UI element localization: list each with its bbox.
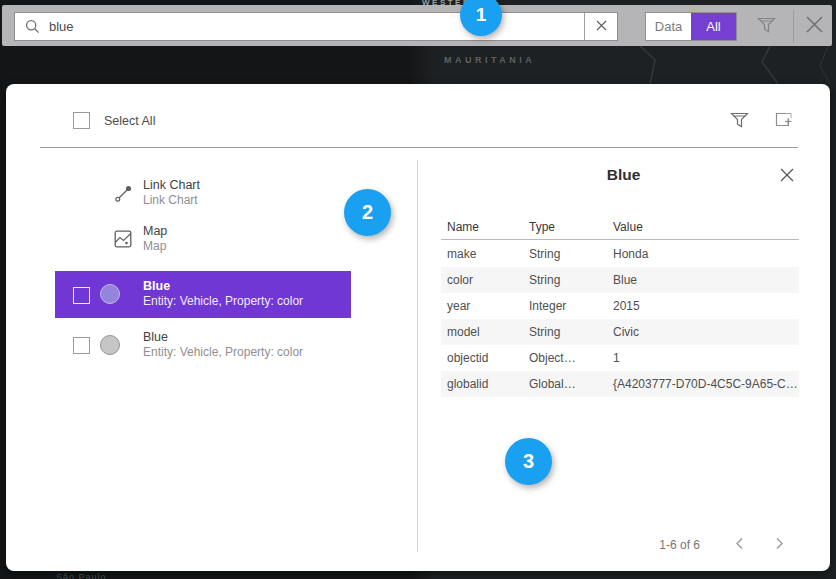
search-scope-toggle: Data All <box>645 12 737 41</box>
map-label-sao-paulo: São Paulo <box>56 572 107 579</box>
scope-option-all[interactable]: All <box>691 13 736 40</box>
result-title: Map <box>143 224 167 239</box>
cell-type: String <box>523 247 607 261</box>
cell-name: color <box>441 273 523 287</box>
map-icon <box>112 230 134 248</box>
cell-value: {A4203777-D70D-4C5C-9A65-C… <box>607 377 799 391</box>
annotation-callout-2: 2 <box>344 189 391 236</box>
table-row: make String Honda <box>441 241 799 267</box>
column-header-name: Name <box>441 220 523 234</box>
table-header-row: Name Type Value <box>441 215 799 239</box>
app-window: WESTERN MAURITANIA São Paulo Data All <box>0 0 836 579</box>
table-row: color String Blue <box>441 267 799 293</box>
annotation-callout-3: 3 <box>505 438 552 485</box>
cell-type: String <box>523 273 607 287</box>
table-row: objectid Object… 1 <box>441 345 799 371</box>
table-header-divider <box>441 239 799 240</box>
pagination-label: 1-6 of 6 <box>659 538 700 552</box>
column-header-type: Type <box>523 220 607 234</box>
cell-name: globalid <box>441 377 523 391</box>
panel-header-divider <box>40 147 798 148</box>
filter-funnel-icon <box>730 117 749 132</box>
page-previous-button[interactable] <box>726 534 752 556</box>
map-label-mauritania: MAURITANIA <box>444 55 535 65</box>
cell-name: objectid <box>441 351 523 365</box>
result-item-blue[interactable]: Blue Entity: Vehicle, Property: color <box>6 325 410 365</box>
cell-type: Object… <box>523 351 607 365</box>
result-subtitle: Entity: Vehicle, Property: color <box>143 345 303 360</box>
search-results-panel: Select All Link Chart Link Chart <box>6 84 830 571</box>
clear-x-icon <box>596 19 607 34</box>
entity-circle-icon <box>100 284 120 304</box>
filter-funnel-icon <box>757 16 776 37</box>
cell-value: Blue <box>607 273 799 287</box>
result-subtitle: Link Chart <box>143 193 200 208</box>
link-chart-icon <box>112 184 134 203</box>
close-x-icon <box>779 171 795 186</box>
cell-value: Honda <box>607 247 799 261</box>
scope-option-data[interactable]: Data <box>646 13 691 40</box>
result-title: Blue <box>143 330 303 345</box>
cell-type: Integer <box>523 299 607 313</box>
table-body: make String Honda color String Blue year… <box>441 241 799 397</box>
toolbar-close-button[interactable] <box>800 13 828 39</box>
search-bar <box>14 12 618 41</box>
search-toolbar: Data All <box>2 5 832 46</box>
close-x-icon <box>805 15 824 37</box>
column-header-value: Value <box>607 220 799 234</box>
result-text: Blue Entity: Vehicle, Property: color <box>143 279 303 309</box>
cell-value: 1 <box>607 351 799 365</box>
result-text: Link Chart Link Chart <box>143 178 200 208</box>
select-all-row: Select All <box>73 112 155 129</box>
result-title: Link Chart <box>143 178 200 193</box>
entity-circle-icon <box>100 335 120 355</box>
page-next-button[interactable] <box>766 534 792 556</box>
panel-filter-button[interactable] <box>728 110 750 132</box>
toolbar-divider <box>793 10 794 43</box>
result-subtitle: Entity: Vehicle, Property: color <box>143 294 303 309</box>
toolbar-filter-button[interactable] <box>752 13 780 39</box>
cell-name: year <box>441 299 523 313</box>
select-all-checkbox[interactable] <box>73 112 90 129</box>
table-row: globalid Global… {A4203777-D70D-4C5C-9A6… <box>441 371 799 397</box>
search-clear-button[interactable] <box>584 13 617 40</box>
add-selection-icon <box>774 117 794 132</box>
cell-name: make <box>441 247 523 261</box>
result-text: Blue Entity: Vehicle, Property: color <box>143 330 303 360</box>
detail-close-button[interactable] <box>776 166 798 186</box>
add-selection-button[interactable] <box>772 110 796 132</box>
result-title: Blue <box>143 279 303 294</box>
table-row: model String Civic <box>441 319 799 345</box>
result-item-blue-selected[interactable]: Blue Entity: Vehicle, Property: color <box>55 271 351 318</box>
properties-table: Name Type Value make String Honda color … <box>441 215 799 397</box>
panel-column-divider <box>417 160 418 552</box>
table-row: year Integer 2015 <box>441 293 799 319</box>
result-checkbox[interactable] <box>73 337 90 354</box>
cell-type: Global… <box>523 377 607 391</box>
cell-value: Civic <box>607 325 799 339</box>
search-icon <box>15 19 49 34</box>
cell-value: 2015 <box>607 299 799 313</box>
result-text: Map Map <box>143 224 167 254</box>
detail-title: Blue <box>417 166 830 184</box>
result-checkbox[interactable] <box>73 287 90 304</box>
chevron-right-icon <box>775 537 784 553</box>
cell-type: String <box>523 325 607 339</box>
chevron-left-icon <box>735 537 744 553</box>
cell-name: model <box>441 325 523 339</box>
search-input[interactable] <box>49 19 584 34</box>
result-subtitle: Map <box>143 239 167 254</box>
pagination: 1-6 of 6 <box>659 534 792 556</box>
select-all-label: Select All <box>104 114 155 128</box>
